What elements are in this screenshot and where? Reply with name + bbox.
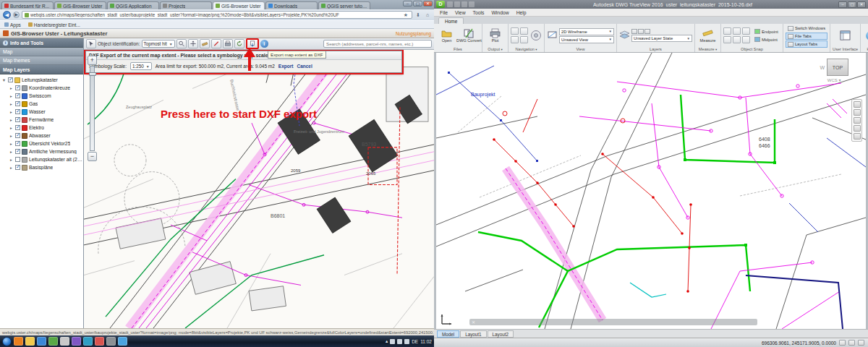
browser-tab[interactable]: QGIS server tutori... bbox=[318, 1, 370, 9]
minimize-button[interactable]: – bbox=[403, 1, 412, 7]
endpoint-snap-button[interactable]: Endpoint bbox=[752, 28, 780, 35]
tab-home[interactable]: Home bbox=[438, 17, 464, 24]
expander-icon[interactable]: ▸ bbox=[9, 110, 14, 114]
layout-tabs-button[interactable]: Layout Tabs bbox=[786, 40, 827, 48]
zoom-icon[interactable] bbox=[854, 117, 861, 124]
url-bar[interactable]: ★ bbox=[22, 11, 412, 19]
menu-window[interactable]: Window bbox=[491, 10, 509, 15]
layout1-tab[interactable]: Layout1 bbox=[460, 330, 486, 338]
snap-icon[interactable] bbox=[733, 27, 741, 35]
help-button[interactable]: ? bbox=[863, 31, 868, 40]
layer-node[interactable]: ▸Koordinatenkreuze bbox=[1, 84, 83, 92]
expander-icon[interactable]: ▸ bbox=[9, 118, 14, 122]
layer-checkbox[interactable] bbox=[15, 117, 20, 122]
pan-icon[interactable] bbox=[511, 27, 519, 35]
compass-west-label[interactable]: W bbox=[820, 65, 825, 70]
layer-checkbox[interactable] bbox=[15, 133, 20, 138]
bookmark-apps[interactable]: Apps bbox=[4, 22, 21, 27]
expander-icon[interactable]: ▸ bbox=[9, 134, 14, 138]
gis-header-link[interactable]: Nutzungsplanung bbox=[396, 31, 431, 36]
layer-tool-icon[interactable] bbox=[644, 29, 650, 34]
redline-tool-button[interactable] bbox=[211, 39, 221, 48]
download-icon[interactable]: ⬇ bbox=[414, 12, 422, 19]
zoom-slider-track[interactable] bbox=[90, 66, 95, 151]
layer-node[interactable]: ▸Amtliche Vermessung bbox=[1, 147, 83, 155]
browser-tab-active[interactable]: GIS-Browser Uster bbox=[213, 1, 265, 9]
zoom-extents-icon[interactable] bbox=[520, 27, 528, 35]
info-tools-header[interactable]: iInfo and Tools bbox=[0, 38, 83, 48]
zoom-in-tool-button[interactable] bbox=[176, 39, 187, 48]
expander-icon[interactable]: ▸ bbox=[9, 150, 14, 154]
zoom-slider-handle[interactable] bbox=[89, 72, 96, 76]
file-tabs-button[interactable]: File Tabs bbox=[786, 33, 827, 40]
gis-map-area[interactable]: B5793 B6801 2059 2065 Buchholzstrasse Ze… bbox=[84, 38, 434, 328]
expander-icon[interactable]: ▸ bbox=[9, 94, 14, 98]
command-line-bar[interactable]: ✕ bbox=[469, 319, 757, 325]
menu-help[interactable]: Help bbox=[516, 10, 527, 15]
showmotion-icon[interactable] bbox=[854, 133, 861, 140]
visual-style-select[interactable]: 2D Wireframe▼ bbox=[559, 28, 614, 35]
viewcube-top-face[interactable]: TOP bbox=[827, 59, 848, 76]
expander-icon[interactable]: ▸ bbox=[9, 158, 14, 162]
url-input[interactable] bbox=[30, 12, 401, 17]
layer-checkbox[interactable] bbox=[15, 109, 20, 114]
status-tool-icon[interactable] bbox=[858, 340, 864, 346]
status-tool-icon[interactable] bbox=[839, 340, 846, 346]
maximize-button[interactable]: ▢ bbox=[413, 1, 422, 7]
layer-checkbox[interactable] bbox=[15, 93, 20, 98]
menu-view[interactable]: View bbox=[455, 10, 466, 15]
full-navigation-wheel-icon[interactable] bbox=[854, 101, 861, 108]
info-help-button[interactable]: i bbox=[260, 40, 268, 48]
close-button[interactable]: ✕ bbox=[423, 1, 433, 7]
layer-state-select[interactable]: Unsaved Layer State▼ bbox=[631, 35, 692, 42]
gis-map-canvas[interactable]: B5793 B6801 2059 2065 Buchholzstrasse Ze… bbox=[84, 38, 434, 328]
layer-checkbox[interactable] bbox=[15, 165, 20, 170]
layer-node[interactable]: ▸Elektro bbox=[1, 124, 83, 132]
snap-icon[interactable] bbox=[723, 27, 731, 35]
taskbar-media-icon[interactable] bbox=[37, 337, 46, 346]
wcs-menu[interactable]: WCS ▾ bbox=[827, 77, 841, 82]
snap-icon[interactable] bbox=[742, 27, 750, 35]
export-button[interactable]: Export bbox=[278, 64, 294, 69]
layer-node-root[interactable]: ▼Leitungskataster bbox=[1, 76, 83, 84]
taskbar-app-icon[interactable] bbox=[106, 337, 116, 346]
close-icon[interactable]: ✕ bbox=[472, 320, 475, 325]
minimize-button[interactable]: – bbox=[838, 1, 847, 8]
open-button[interactable]: Open bbox=[436, 28, 457, 43]
tray-icon[interactable] bbox=[404, 339, 409, 344]
print-button[interactable] bbox=[223, 39, 233, 48]
layer-checkbox[interactable] bbox=[15, 85, 20, 90]
snap-icon[interactable] bbox=[742, 36, 750, 43]
orbit-icon[interactable] bbox=[511, 36, 519, 43]
taskbar-app-icon[interactable] bbox=[95, 337, 104, 346]
layer-node[interactable]: ▸Übersicht Vektor25 bbox=[1, 140, 83, 147]
cancel-button[interactable]: Cancel bbox=[297, 64, 312, 69]
taskbar-firefox-icon[interactable] bbox=[14, 337, 23, 346]
tray-icon[interactable] bbox=[390, 339, 395, 344]
browser-tab[interactable]: Downloads bbox=[265, 1, 318, 9]
navigation-bar[interactable] bbox=[851, 99, 862, 142]
drawing-canvas[interactable]: 6408 6466 Bauprojekt W TOP WCS ▾ ✕ bbox=[434, 53, 868, 329]
browser-tab[interactable]: Bundesamt für R... bbox=[1, 1, 54, 9]
layer-node[interactable]: ▸Wasser bbox=[1, 108, 83, 116]
taskbar-app-icon[interactable] bbox=[118, 337, 127, 346]
layer-tool-icon[interactable] bbox=[631, 29, 637, 34]
app-menu-button[interactable]: D bbox=[436, 1, 445, 8]
map-panel-row[interactable]: Map bbox=[0, 48, 83, 56]
model-tab[interactable]: Model bbox=[437, 330, 459, 338]
zoom-out-button[interactable]: − bbox=[88, 152, 97, 161]
start-button[interactable] bbox=[2, 337, 12, 346]
layer-checkbox[interactable] bbox=[15, 157, 20, 162]
zoom-in-button[interactable]: + bbox=[88, 56, 97, 65]
layer-checkbox[interactable] bbox=[15, 101, 20, 106]
expander-icon[interactable]: ▸ bbox=[9, 166, 14, 170]
navigation-wheel-icon[interactable] bbox=[530, 30, 542, 41]
layer-node[interactable]: ▸Basispläne bbox=[1, 163, 83, 171]
browser-tab[interactable]: QGIS Application bbox=[107, 1, 159, 9]
object-identification-select[interactable]: Topmost hit▼ bbox=[142, 40, 175, 48]
taskbar-explorer-icon[interactable] bbox=[25, 337, 35, 346]
symbology-scale-select[interactable]: 1:250▼ bbox=[130, 62, 152, 70]
forward-button[interactable]: ▶ bbox=[13, 12, 20, 18]
measure-button[interactable]: Measure bbox=[697, 28, 718, 43]
bookmark-star-icon[interactable]: ★ bbox=[402, 12, 409, 19]
